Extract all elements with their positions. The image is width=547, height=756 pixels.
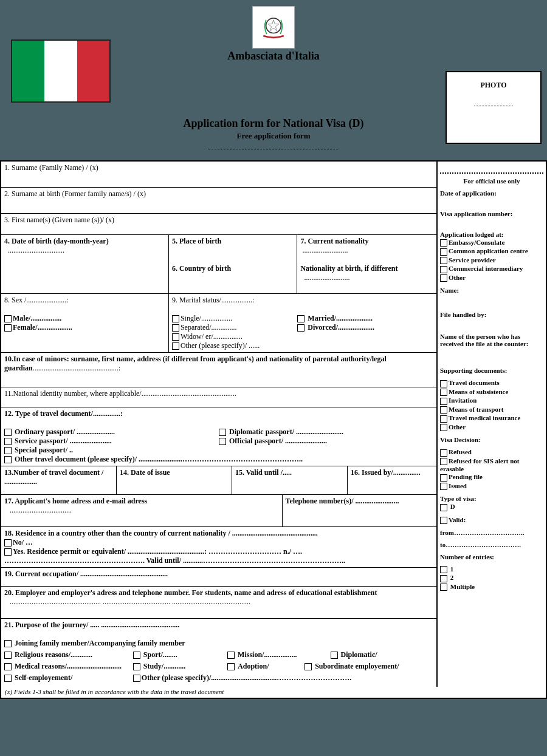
checkbox-common-centre[interactable] — [440, 248, 447, 256]
checkbox-sport[interactable] — [133, 652, 140, 659]
checkbox-subsistence[interactable] — [440, 389, 447, 396]
checkbox-valid[interactable] — [440, 517, 447, 524]
visa-decision-label: Visa Decision: — [440, 436, 543, 443]
field-11[interactable]: 11.National identity number, where appli… — [1, 387, 436, 407]
field-14[interactable]: 14. Date of issue — [117, 466, 232, 495]
lodged-at-label: Application lodged at: — [440, 231, 543, 238]
photo-box: PHOTO .......................... — [446, 71, 542, 144]
checkbox-refused[interactable] — [440, 449, 447, 457]
checkbox-pending[interactable] — [440, 474, 447, 482]
checkbox-refused-sis[interactable] — [440, 458, 447, 465]
checkbox-special-passport[interactable] — [4, 447, 12, 454]
checkbox-other-lodged[interactable] — [440, 274, 447, 282]
field-7[interactable]: 7. Current nationality .................… — [297, 235, 436, 294]
checkbox-other-travel-doc[interactable] — [4, 456, 12, 463]
checkbox-other-marital[interactable] — [172, 342, 179, 350]
supporting-docs-label: Supporting documents: — [440, 367, 543, 374]
field-2[interactable]: 2. Surname at birth (Former family name/… — [1, 188, 436, 214]
italy-emblem-icon — [252, 6, 295, 49]
checkbox-separated[interactable] — [172, 324, 179, 332]
field-4[interactable]: 4. Date of birth (day-month-year) ......… — [1, 235, 169, 294]
checkbox-subordinate[interactable] — [304, 663, 312, 670]
entries-label: Number of entries: — [440, 553, 543, 560]
checkbox-service-provider[interactable] — [440, 257, 447, 264]
checkbox-study[interactable] — [133, 663, 140, 670]
checkbox-married[interactable] — [297, 315, 304, 322]
photo-dots: .......................... — [447, 101, 540, 107]
checkbox-single[interactable] — [172, 315, 179, 322]
photo-label: PHOTO — [480, 81, 506, 89]
field-16[interactable]: 16. Issued by/............... — [348, 466, 436, 495]
field-13[interactable]: 13.Number of travel document / .........… — [1, 466, 117, 495]
valid-to: to……………………………. — [440, 541, 543, 548]
field-20[interactable]: 20. Employer and employer's adress and t… — [1, 587, 436, 619]
official-use-label: For official use only — [440, 177, 543, 185]
received-by: Name of the person who has received the … — [440, 333, 543, 347]
field-10[interactable]: 10.In case of minors: surname, first nam… — [1, 353, 436, 387]
checkbox-mission[interactable] — [227, 652, 235, 659]
checkbox-service-passport[interactable] — [4, 438, 12, 445]
field-19[interactable]: 19. Current occupation/ ................… — [1, 568, 436, 587]
date-of-application: Date of application: — [440, 189, 543, 197]
checkbox-residence-yes[interactable] — [4, 548, 12, 556]
field-8[interactable]: 8. Sex /......................: Male/...… — [1, 294, 169, 353]
checkbox-medical-ins[interactable] — [440, 415, 447, 423]
checkbox-visa-d[interactable] — [440, 504, 447, 511]
divider-dots: ----------------------------------------… — [0, 145, 547, 153]
checkbox-embassy[interactable] — [440, 239, 447, 247]
checkbox-other-purpose[interactable] — [133, 675, 140, 682]
footnote: (x) Fields 1-3 shall be filled in in acc… — [0, 687, 547, 699]
checkbox-self-employment[interactable] — [4, 675, 12, 682]
valid-from: from………………………….. — [440, 529, 543, 536]
checkbox-entries-1[interactable] — [440, 566, 447, 573]
checkbox-male[interactable] — [4, 315, 12, 322]
checkbox-issued[interactable] — [440, 483, 447, 490]
field-18[interactable]: 18. Residence in a country other than th… — [1, 527, 436, 568]
checkbox-entries-2[interactable] — [440, 575, 447, 582]
checkbox-widow[interactable] — [172, 333, 179, 341]
checkbox-divorced[interactable] — [297, 324, 304, 332]
checkbox-medical[interactable] — [4, 663, 12, 670]
field-9[interactable]: 9. Marital status/.................: Sin… — [169, 294, 436, 353]
checkbox-commercial[interactable] — [440, 266, 447, 273]
field-17[interactable]: 17. Applicant's home adress and e-mail a… — [1, 495, 283, 527]
checkbox-diplomatic[interactable] — [331, 652, 338, 659]
checkbox-joining-family[interactable] — [4, 640, 12, 647]
checkbox-ordinary-passport[interactable] — [4, 429, 12, 436]
checkbox-transport[interactable] — [440, 406, 447, 414]
checkbox-entries-multiple[interactable] — [440, 584, 447, 591]
field-1[interactable]: 1. Surname (Family Name) / (x) — [1, 162, 436, 188]
checkbox-travel-docs[interactable] — [440, 380, 447, 387]
field-12[interactable]: 12. Type of travel document/............… — [1, 407, 436, 466]
checkbox-invitation[interactable] — [440, 398, 447, 405]
form-main: 1. Surname (Family Name) / (x) 2. Surnam… — [1, 162, 438, 687]
checkbox-adoption[interactable] — [227, 663, 235, 670]
checkbox-residence-no[interactable] — [4, 539, 12, 547]
checkbox-official-passport[interactable] — [219, 438, 226, 445]
field-21[interactable]: 21. Purpose of the journey/ ..... ......… — [1, 619, 436, 687]
official-use-sidebar: For official use only Date of applicatio… — [438, 162, 546, 687]
file-handled: File handled by: — [440, 311, 543, 318]
type-of-visa-label: Type of visa: — [440, 495, 543, 502]
checkbox-other-docs[interactable] — [440, 424, 447, 431]
italian-flag — [11, 39, 111, 103]
field-3[interactable]: 3. First name(s) (Given name (s))/ (x) — [1, 214, 436, 235]
checkbox-female[interactable] — [4, 324, 12, 332]
checkbox-religious[interactable] — [4, 652, 12, 659]
field-5-6[interactable]: 5. Place of birth6. Country of birth — [169, 235, 297, 294]
field-15[interactable]: 15. Valid until /..... — [232, 466, 348, 495]
visa-app-number: Visa application number: — [440, 210, 543, 217]
field-17-phone[interactable]: Telephone number(s)/ ...................… — [283, 495, 436, 527]
side-name: Name: — [440, 287, 543, 294]
checkbox-diplomatic-passport[interactable] — [219, 429, 226, 436]
